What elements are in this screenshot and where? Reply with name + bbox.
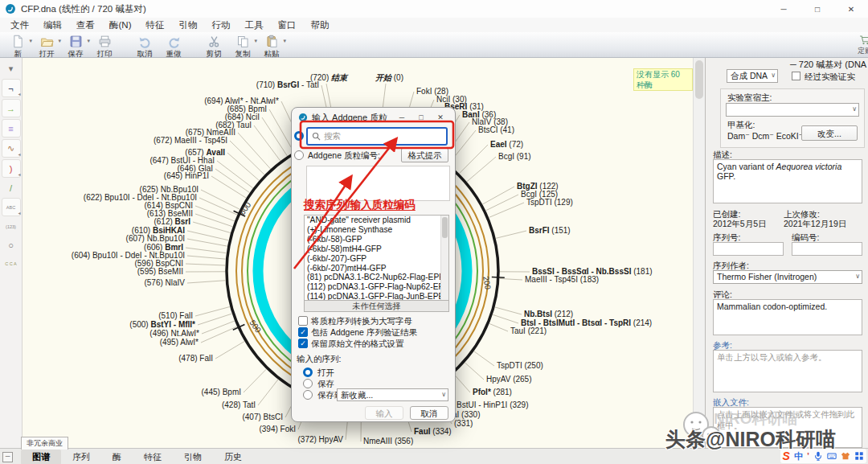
open-button[interactable]: 打开▾	[32, 34, 61, 60]
list-scrollbar[interactable]	[440, 216, 448, 300]
tab-图谱[interactable]: 图谱	[21, 450, 61, 464]
menu-item-工具[interactable]: 工具	[237, 18, 270, 33]
action-radio-打开[interactable]	[303, 368, 313, 377]
microphone-icon[interactable]	[813, 451, 823, 461]
menu-item-帮助[interactable]: 帮助	[303, 18, 336, 33]
save-button[interactable]: 保存▾	[61, 34, 90, 60]
author-select[interactable]: Thermo Fisher (Invitrogen)	[713, 270, 862, 284]
numbering-tool[interactable]: (123)	[2, 218, 20, 235]
close-button[interactable]: ✕	[834, 0, 868, 18]
format-hint-button[interactable]: 格式提示	[401, 148, 448, 162]
save-to-select[interactable]: 新收藏...	[337, 388, 448, 401]
arc-tool-icon: )	[10, 164, 13, 174]
enzyme-label: (510) FalI	[158, 311, 193, 320]
print-icon	[98, 35, 112, 50]
more-tools-icon[interactable]	[854, 451, 864, 461]
pen-tool[interactable]: /	[2, 179, 20, 196]
order-enzymes-button[interactable]: 定购	[849, 34, 868, 56]
change-methylation-button[interactable]: 改变...	[801, 125, 858, 141]
arc-tool[interactable]: )◂	[2, 159, 21, 178]
cut-icon	[207, 35, 221, 50]
tab-历史[interactable]: 历史	[213, 450, 253, 464]
new-button[interactable]: 新▾	[3, 34, 32, 60]
list-scrollbar-thumb[interactable]	[442, 217, 448, 238]
scrollbar-thumb[interactable]	[695, 60, 703, 99]
collapse[interactable]: ▾	[2, 60, 20, 77]
codon-tool[interactable]: C C A	[2, 255, 20, 272]
addgene-id-radio[interactable]	[294, 150, 304, 160]
primer-tool[interactable]: ≡	[2, 119, 21, 138]
ime-language-icon[interactable]: 中	[794, 450, 803, 462]
paste-button[interactable]: 粘贴▾	[257, 34, 286, 60]
dialog-title-bar[interactable]: 输入 Addgene 质粒 ─ □ ✕	[292, 108, 455, 127]
embedded-files-field[interactable]: 点击上面以嵌入文件,或将文件拖到此框中。	[713, 407, 862, 448]
cancel-button[interactable]: 取消	[410, 406, 448, 420]
action-radio-保存[interactable]	[303, 379, 313, 388]
dialog-minimize-button[interactable]: ─	[392, 108, 411, 127]
lab-host-select[interactable]	[726, 103, 859, 117]
comments-field[interactable]: Mammalian codon-optimized.	[713, 299, 862, 335]
plasmid-list-item[interactable]: (-6kb/-58)mtH4-GFP	[305, 244, 448, 254]
option-checkbox[interactable]: ✓	[298, 327, 308, 337]
tab-序列[interactable]: 序列	[61, 450, 101, 464]
code-number-field[interactable]	[792, 242, 862, 256]
text-tool[interactable]: ABC◂	[2, 198, 21, 216]
translation-tool[interactable]: ∿◂	[2, 139, 21, 158]
select-range-tool[interactable]: ¬◂	[2, 79, 21, 97]
action-radio-保存到[interactable]	[303, 390, 313, 400]
keyboard-icon[interactable]	[827, 451, 837, 461]
menu-item-窗口[interactable]: 窗口	[270, 18, 303, 33]
enzyme-label: EaeI (72)	[490, 140, 523, 149]
cut-button[interactable]: 剪切	[199, 34, 228, 60]
addgene-id-input[interactable]	[306, 166, 450, 201]
menu-item-酶(N)[interactable]: 酶(N)	[102, 18, 138, 33]
ime-logo-icon[interactable]: S	[783, 450, 790, 462]
enzyme-label: MaeIII - Tsp45I (183)	[525, 275, 599, 284]
menu-item-文件[interactable]: 文件	[3, 18, 36, 33]
search-radio[interactable]	[294, 131, 304, 141]
plasmid-list-item[interactable]: (-6kb/-58)-GFP	[305, 235, 448, 244]
redo-button[interactable]: 重做	[159, 34, 188, 60]
tab-特征[interactable]: 特征	[133, 450, 173, 464]
option-checkbox[interactable]: ✓	[298, 339, 308, 348]
tab-酶[interactable]: 酶	[101, 450, 133, 464]
import-button[interactable]: 输入	[365, 406, 403, 420]
option-checkbox[interactable]	[298, 316, 308, 326]
skin-icon[interactable]	[841, 451, 850, 461]
tab-引物[interactable]: 引物	[173, 450, 213, 464]
ime-punctuation-icon[interactable]: ’	[807, 451, 809, 461]
copy-button[interactable]: 复制▾	[228, 34, 257, 60]
feature-arrow-tool[interactable]: →	[2, 99, 21, 117]
collapse-icon[interactable]: ─	[2, 452, 13, 462]
menu-item-引物[interactable]: 引物	[171, 18, 204, 33]
dialog-close-button[interactable]: ✕	[431, 108, 450, 127]
maximize-button[interactable]: □	[800, 0, 834, 18]
search-input[interactable]: 搜索	[306, 127, 448, 146]
plasmid-list-item[interactable]: "AND-gate" receiver plasmid	[305, 216, 448, 225]
origin-tool[interactable]: ○	[2, 236, 20, 253]
plasmid-list[interactable]: "AND-gate" receiver plasmid(+)-Limonene …	[304, 215, 449, 301]
plasmid-list-item[interactable]: (+)-Limonene Synthase	[305, 225, 448, 235]
print-button[interactable]: 打印	[90, 34, 119, 60]
experimentally-verified-checkbox[interactable]	[792, 72, 800, 80]
menu-item-查看[interactable]: 查看	[69, 18, 102, 33]
plasmid-list-item[interactable]: (-6kb/-207)-GFP	[305, 254, 448, 264]
menu-item-编辑[interactable]: 编辑	[36, 18, 69, 33]
enzyme-label: (331)	[454, 419, 473, 428]
description-field[interactable]: Cyan variant of Aequorea victoria GFP.	[713, 159, 862, 203]
minimize-button[interactable]: ─	[767, 0, 800, 18]
menu-item-特征[interactable]: 特征	[138, 18, 171, 33]
ime-toolbar[interactable]: S 中 ’	[780, 449, 866, 463]
canvas-scrollbar[interactable]	[693, 58, 706, 448]
dialog-maximize-button[interactable]: □	[411, 108, 431, 127]
menu-item-行动[interactable]: 行动	[204, 18, 237, 33]
plasmid-list-item[interactable]: (-6kb/-207)mtH4-GFP	[305, 264, 448, 273]
serial-number-field[interactable]	[713, 242, 784, 256]
molecule-type-select[interactable]: 合成 DNA	[727, 69, 778, 83]
plasmid-list-item[interactable]: (81) pcDNA3.1-BC2-Nup62-Flag-EPEA	[305, 273, 448, 282]
undo-button[interactable]: 取消	[130, 34, 159, 60]
reference-field[interactable]: 单击上方以导入或输入参考。	[713, 350, 862, 392]
enzyme-set-tab[interactable]: 非冗余商业	[21, 437, 68, 450]
plasmid-list-item[interactable]: (112) pcDNA3.1-GFP-Flag-Nup62-EPEA	[305, 282, 448, 292]
plasmid-list-item[interactable]: (114) pcDNA3.1-GFP-Flag-JunB-EPEA	[305, 292, 448, 301]
